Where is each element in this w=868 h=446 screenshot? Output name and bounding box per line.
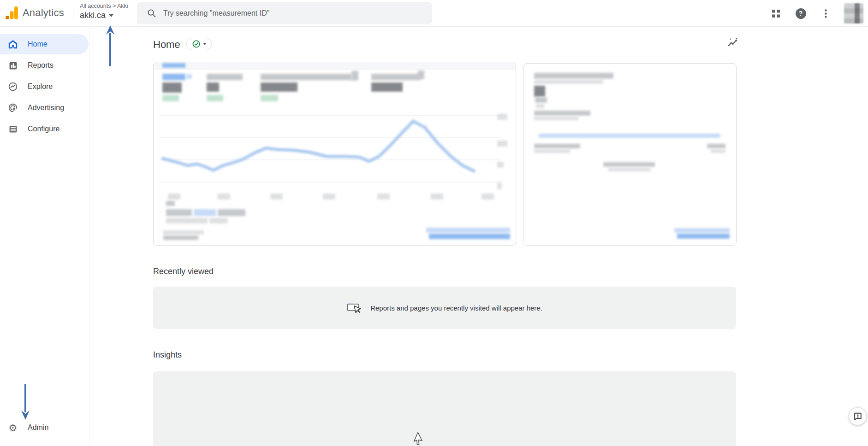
redacted-block	[711, 149, 725, 153]
redacted-block	[261, 74, 352, 80]
gear-icon: ⚙	[7, 422, 18, 433]
recently-viewed-message: Reports and pages you recently visited w…	[370, 304, 542, 312]
insights-heading: Insights	[153, 350, 182, 360]
redacted-block[interactable]	[194, 209, 216, 216]
account-breadcrumb[interactable]: All accounts > Akki akki.ca	[80, 3, 128, 20]
annotation-arrow-down	[19, 384, 31, 420]
redacted-block	[534, 117, 578, 120]
redacted-block	[207, 82, 219, 92]
annotation-arrow-up	[104, 25, 116, 67]
header-divider	[73, 6, 73, 21]
redacted-block	[497, 141, 507, 147]
sidebar-item-explore[interactable]: Explore	[0, 76, 89, 97]
search-bar[interactable]	[137, 2, 432, 24]
feedback-button[interactable]	[849, 407, 867, 425]
sidebar-item-label: Advertising	[28, 104, 64, 112]
sidebar-nav: Home Reports Explore	[0, 27, 89, 446]
redacted-block	[539, 134, 720, 138]
redacted-block	[166, 218, 208, 223]
redacted-block	[261, 82, 297, 92]
property-name: akki.ca	[80, 11, 106, 20]
more-options-icon[interactable]	[819, 7, 832, 20]
app-header: Analytics All accounts > Akki akki.ca	[0, 0, 868, 27]
redacted-block	[534, 111, 590, 116]
chevron-down-icon	[109, 14, 113, 17]
configure-icon	[7, 123, 18, 135]
redacted-block	[168, 194, 180, 200]
realtime-card	[523, 63, 737, 246]
divider	[534, 156, 726, 156]
redacted-block	[534, 144, 580, 148]
redacted-block	[707, 144, 725, 148]
redacted-block	[351, 71, 358, 81]
sidebar-item-label: Explore	[28, 82, 53, 91]
redacted-block	[218, 194, 230, 200]
click-report-icon	[347, 302, 362, 314]
insights-panel	[153, 371, 736, 446]
home-icon	[7, 39, 18, 50]
sidebar-item-advertising[interactable]: Advertising	[0, 98, 89, 118]
redacted-block	[482, 194, 494, 200]
explore-icon	[7, 81, 18, 92]
redacted-block	[418, 70, 424, 79]
chevron-down-icon	[203, 43, 207, 45]
redacted-block	[377, 194, 390, 200]
sidebar-item-home[interactable]: Home	[0, 34, 89, 54]
insights-icon[interactable]	[725, 35, 741, 51]
redacted-block	[497, 114, 507, 120]
sidebar-item-configure[interactable]: Configure	[0, 119, 89, 139]
analytics-home-page: Analytics All accounts > Akki akki.ca	[0, 0, 868, 446]
sidebar-item-label: Home	[28, 40, 48, 48]
check-circle-icon	[192, 40, 200, 48]
redacted-block	[534, 86, 545, 97]
redacted-block	[371, 82, 403, 92]
redacted-block[interactable]	[429, 234, 510, 239]
redacted-block	[186, 74, 192, 79]
sidebar-item-label: Admin	[28, 423, 48, 432]
sidebar-item-admin[interactable]: ⚙ Admin	[0, 417, 48, 438]
diagnostics-grid-icon[interactable]	[769, 7, 782, 20]
brand-name: Analytics	[23, 7, 64, 19]
redacted-block	[534, 80, 603, 84]
avatar[interactable]	[844, 3, 863, 23]
sidebar-item-reports[interactable]: Reports	[0, 55, 89, 76]
redacted-block	[497, 182, 502, 189]
redacted-block	[163, 235, 198, 240]
redacted-block	[209, 218, 228, 223]
redacted-block	[497, 162, 504, 168]
analytics-logo-icon	[6, 6, 18, 19]
redacted-block	[218, 209, 245, 216]
collection-status-pill[interactable]	[186, 38, 212, 50]
feedback-chat-icon	[853, 412, 862, 421]
redacted-block	[162, 63, 185, 68]
redacted-block	[207, 95, 223, 101]
search-icon	[147, 9, 156, 18]
redacted-block	[163, 230, 204, 235]
redacted-block	[166, 201, 175, 206]
redacted-block	[603, 162, 655, 167]
redacted-block	[536, 104, 544, 108]
analytics-logo[interactable]: Analytics	[6, 6, 64, 19]
redacted-block	[270, 194, 283, 200]
redacted-block[interactable]	[426, 228, 510, 233]
help-icon[interactable]: ?	[794, 7, 807, 20]
redacted-block[interactable]	[677, 234, 730, 239]
redacted-block	[535, 97, 547, 103]
reports-icon	[7, 60, 18, 71]
redacted-block	[608, 168, 650, 171]
redacted-block	[162, 82, 182, 93]
recently-viewed-empty-state: Reports and pages you recently visited w…	[153, 287, 736, 329]
page-title: Home	[153, 39, 180, 51]
sidebar-item-label: Configure	[28, 125, 59, 133]
redacted-block	[431, 194, 443, 200]
redacted-block	[166, 209, 192, 216]
overview-card-tabs[interactable]	[154, 62, 516, 70]
search-input[interactable]	[163, 9, 403, 18]
property-selector[interactable]: akki.ca	[80, 11, 128, 20]
mouse-cursor	[413, 432, 425, 446]
redacted-block	[534, 149, 570, 153]
sidebar-item-label: Reports	[28, 61, 54, 70]
redacted-block	[162, 74, 185, 80]
advertising-icon	[7, 102, 18, 113]
redacted-block[interactable]	[674, 228, 730, 233]
